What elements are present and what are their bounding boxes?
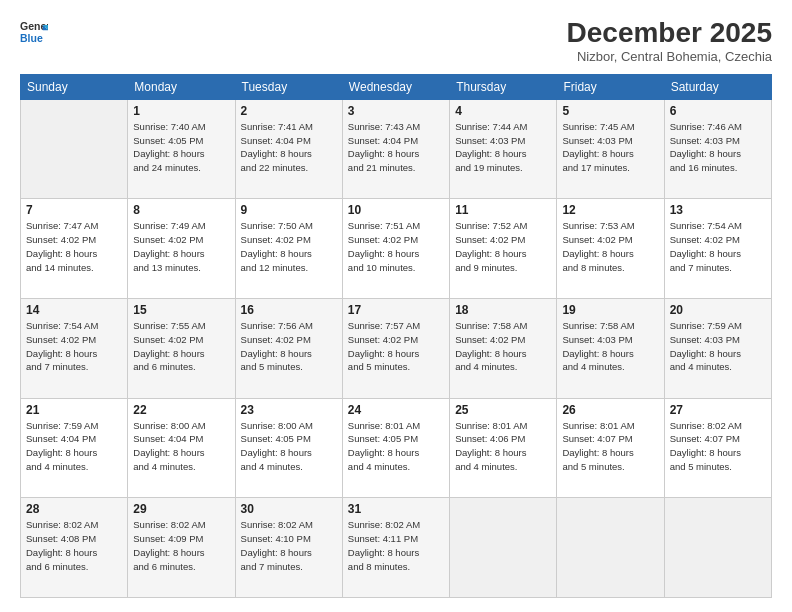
day-number: 27 <box>670 403 766 417</box>
col-friday: Friday <box>557 74 664 99</box>
day-info: Sunrise: 7:58 AMSunset: 4:02 PMDaylight:… <box>455 319 551 374</box>
day-number: 30 <box>241 502 337 516</box>
col-sunday: Sunday <box>21 74 128 99</box>
day-info: Sunrise: 7:49 AMSunset: 4:02 PMDaylight:… <box>133 219 229 274</box>
day-number: 11 <box>455 203 551 217</box>
day-info: Sunrise: 8:01 AMSunset: 4:06 PMDaylight:… <box>455 419 551 474</box>
day-number: 8 <box>133 203 229 217</box>
day-number: 6 <box>670 104 766 118</box>
day-info: Sunrise: 7:47 AMSunset: 4:02 PMDaylight:… <box>26 219 122 274</box>
calendar-day: 22Sunrise: 8:00 AMSunset: 4:04 PMDayligh… <box>128 398 235 498</box>
day-number: 28 <box>26 502 122 516</box>
calendar-week-2: 7Sunrise: 7:47 AMSunset: 4:02 PMDaylight… <box>21 199 772 299</box>
day-info: Sunrise: 7:51 AMSunset: 4:02 PMDaylight:… <box>348 219 444 274</box>
calendar-day: 7Sunrise: 7:47 AMSunset: 4:02 PMDaylight… <box>21 199 128 299</box>
calendar-day: 11Sunrise: 7:52 AMSunset: 4:02 PMDayligh… <box>450 199 557 299</box>
day-info: Sunrise: 7:55 AMSunset: 4:02 PMDaylight:… <box>133 319 229 374</box>
day-info: Sunrise: 7:52 AMSunset: 4:02 PMDaylight:… <box>455 219 551 274</box>
day-number: 4 <box>455 104 551 118</box>
header: General Blue December 2025 Nizbor, Centr… <box>20 18 772 64</box>
calendar-day: 31Sunrise: 8:02 AMSunset: 4:11 PMDayligh… <box>342 498 449 598</box>
day-info: Sunrise: 7:44 AMSunset: 4:03 PMDaylight:… <box>455 120 551 175</box>
col-wednesday: Wednesday <box>342 74 449 99</box>
calendar-day: 18Sunrise: 7:58 AMSunset: 4:02 PMDayligh… <box>450 299 557 399</box>
calendar-day: 29Sunrise: 8:02 AMSunset: 4:09 PMDayligh… <box>128 498 235 598</box>
calendar-week-3: 14Sunrise: 7:54 AMSunset: 4:02 PMDayligh… <box>21 299 772 399</box>
logo: General Blue <box>20 18 48 46</box>
day-number: 18 <box>455 303 551 317</box>
calendar-day: 4Sunrise: 7:44 AMSunset: 4:03 PMDaylight… <box>450 99 557 199</box>
day-info: Sunrise: 7:53 AMSunset: 4:02 PMDaylight:… <box>562 219 658 274</box>
day-number: 19 <box>562 303 658 317</box>
day-info: Sunrise: 8:02 AMSunset: 4:11 PMDaylight:… <box>348 518 444 573</box>
day-info: Sunrise: 7:41 AMSunset: 4:04 PMDaylight:… <box>241 120 337 175</box>
day-number: 10 <box>348 203 444 217</box>
day-info: Sunrise: 7:50 AMSunset: 4:02 PMDaylight:… <box>241 219 337 274</box>
day-info: Sunrise: 7:45 AMSunset: 4:03 PMDaylight:… <box>562 120 658 175</box>
calendar-day: 13Sunrise: 7:54 AMSunset: 4:02 PMDayligh… <box>664 199 771 299</box>
day-number: 9 <box>241 203 337 217</box>
col-tuesday: Tuesday <box>235 74 342 99</box>
day-info: Sunrise: 8:02 AMSunset: 4:08 PMDaylight:… <box>26 518 122 573</box>
calendar-day: 6Sunrise: 7:46 AMSunset: 4:03 PMDaylight… <box>664 99 771 199</box>
calendar-day: 9Sunrise: 7:50 AMSunset: 4:02 PMDaylight… <box>235 199 342 299</box>
calendar-day <box>450 498 557 598</box>
calendar-day <box>557 498 664 598</box>
calendar-week-1: 1Sunrise: 7:40 AMSunset: 4:05 PMDaylight… <box>21 99 772 199</box>
calendar-table: Sunday Monday Tuesday Wednesday Thursday… <box>20 74 772 598</box>
day-info: Sunrise: 8:02 AMSunset: 4:07 PMDaylight:… <box>670 419 766 474</box>
svg-text:Blue: Blue <box>20 32 43 44</box>
day-number: 22 <box>133 403 229 417</box>
page: General Blue December 2025 Nizbor, Centr… <box>0 0 792 612</box>
day-info: Sunrise: 7:54 AMSunset: 4:02 PMDaylight:… <box>670 219 766 274</box>
calendar-day: 3Sunrise: 7:43 AMSunset: 4:04 PMDaylight… <box>342 99 449 199</box>
day-info: Sunrise: 8:01 AMSunset: 4:05 PMDaylight:… <box>348 419 444 474</box>
logo-icon: General Blue <box>20 18 48 46</box>
day-number: 31 <box>348 502 444 516</box>
day-info: Sunrise: 7:54 AMSunset: 4:02 PMDaylight:… <box>26 319 122 374</box>
subtitle: Nizbor, Central Bohemia, Czechia <box>567 49 772 64</box>
day-number: 5 <box>562 104 658 118</box>
calendar-day: 14Sunrise: 7:54 AMSunset: 4:02 PMDayligh… <box>21 299 128 399</box>
col-thursday: Thursday <box>450 74 557 99</box>
calendar-day: 1Sunrise: 7:40 AMSunset: 4:05 PMDaylight… <box>128 99 235 199</box>
day-number: 17 <box>348 303 444 317</box>
calendar-day <box>21 99 128 199</box>
day-number: 15 <box>133 303 229 317</box>
day-info: Sunrise: 8:01 AMSunset: 4:07 PMDaylight:… <box>562 419 658 474</box>
calendar-day: 16Sunrise: 7:56 AMSunset: 4:02 PMDayligh… <box>235 299 342 399</box>
calendar-week-5: 28Sunrise: 8:02 AMSunset: 4:08 PMDayligh… <box>21 498 772 598</box>
day-number: 23 <box>241 403 337 417</box>
calendar-day: 19Sunrise: 7:58 AMSunset: 4:03 PMDayligh… <box>557 299 664 399</box>
calendar-day: 15Sunrise: 7:55 AMSunset: 4:02 PMDayligh… <box>128 299 235 399</box>
calendar-day <box>664 498 771 598</box>
calendar-day: 17Sunrise: 7:57 AMSunset: 4:02 PMDayligh… <box>342 299 449 399</box>
day-info: Sunrise: 7:40 AMSunset: 4:05 PMDaylight:… <box>133 120 229 175</box>
calendar-day: 25Sunrise: 8:01 AMSunset: 4:06 PMDayligh… <box>450 398 557 498</box>
day-number: 3 <box>348 104 444 118</box>
day-number: 25 <box>455 403 551 417</box>
day-info: Sunrise: 7:58 AMSunset: 4:03 PMDaylight:… <box>562 319 658 374</box>
calendar-day: 28Sunrise: 8:02 AMSunset: 4:08 PMDayligh… <box>21 498 128 598</box>
day-number: 7 <box>26 203 122 217</box>
day-info: Sunrise: 8:02 AMSunset: 4:10 PMDaylight:… <box>241 518 337 573</box>
calendar-day: 8Sunrise: 7:49 AMSunset: 4:02 PMDaylight… <box>128 199 235 299</box>
col-saturday: Saturday <box>664 74 771 99</box>
day-info: Sunrise: 7:43 AMSunset: 4:04 PMDaylight:… <box>348 120 444 175</box>
calendar-day: 24Sunrise: 8:01 AMSunset: 4:05 PMDayligh… <box>342 398 449 498</box>
day-info: Sunrise: 7:56 AMSunset: 4:02 PMDaylight:… <box>241 319 337 374</box>
calendar-day: 21Sunrise: 7:59 AMSunset: 4:04 PMDayligh… <box>21 398 128 498</box>
title-block: December 2025 Nizbor, Central Bohemia, C… <box>567 18 772 64</box>
day-number: 24 <box>348 403 444 417</box>
day-info: Sunrise: 7:46 AMSunset: 4:03 PMDaylight:… <box>670 120 766 175</box>
day-info: Sunrise: 7:59 AMSunset: 4:04 PMDaylight:… <box>26 419 122 474</box>
day-info: Sunrise: 7:59 AMSunset: 4:03 PMDaylight:… <box>670 319 766 374</box>
day-info: Sunrise: 8:00 AMSunset: 4:04 PMDaylight:… <box>133 419 229 474</box>
day-number: 1 <box>133 104 229 118</box>
calendar-day: 27Sunrise: 8:02 AMSunset: 4:07 PMDayligh… <box>664 398 771 498</box>
calendar-day: 30Sunrise: 8:02 AMSunset: 4:10 PMDayligh… <box>235 498 342 598</box>
day-info: Sunrise: 8:02 AMSunset: 4:09 PMDaylight:… <box>133 518 229 573</box>
day-info: Sunrise: 7:57 AMSunset: 4:02 PMDaylight:… <box>348 319 444 374</box>
col-monday: Monday <box>128 74 235 99</box>
day-number: 21 <box>26 403 122 417</box>
